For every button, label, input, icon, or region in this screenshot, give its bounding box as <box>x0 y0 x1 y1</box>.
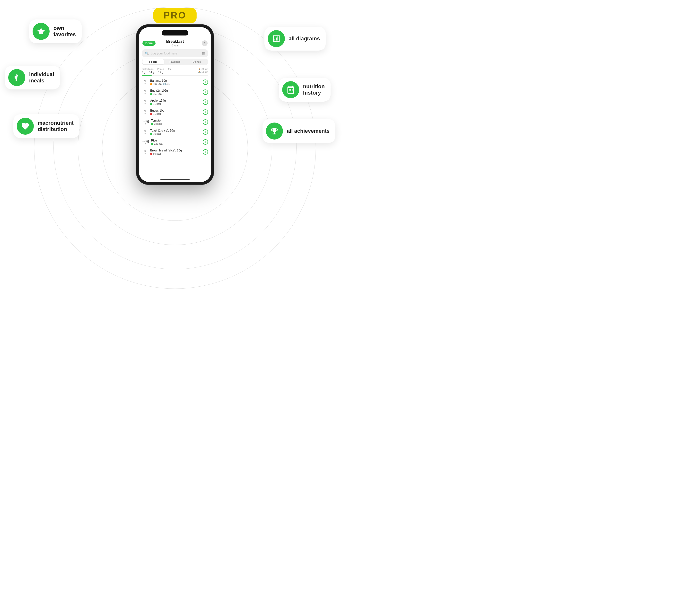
quantity-number: 1 <box>144 99 146 103</box>
food-item: 1 ▼ Egg (2), 105g 160 kcal + <box>139 87 211 97</box>
food-kcal: 107 kcal 🔄 4% <box>150 83 201 85</box>
fat-value: 0.2 g <box>158 71 163 74</box>
add-food-button[interactable]: + <box>203 129 208 135</box>
food-info: Banana, 60g 107 kcal 🔄 4% <box>150 79 201 85</box>
quantity-arrow: ▼ <box>144 93 146 95</box>
add-food-button[interactable]: + <box>203 100 208 105</box>
food-item: 1 ▼ Toast (1 slice), 90g 75 kcal + <box>139 127 211 137</box>
quantity-control[interactable]: 1 ▼ <box>142 79 148 85</box>
add-food-button[interactable]: + <box>203 79 208 85</box>
calorie-dot <box>150 93 152 95</box>
kcal-value: 71 kcal <box>153 103 161 105</box>
add-food-button[interactable]: + <box>203 139 208 145</box>
bike-time: 🚴 13 min <box>198 71 208 73</box>
food-item: 1 ▼ Brown bread (slice), 30g 80 kcal + <box>139 147 211 157</box>
history-label: nutritionhistory <box>303 83 325 96</box>
quantity-arrow: ▼ <box>145 123 147 125</box>
quantity-control[interactable]: 1 ▼ <box>142 89 148 95</box>
walk-time: 🚶 29 min <box>198 68 208 70</box>
meals-icon-circle <box>8 69 25 86</box>
meal-title: Breakfast <box>166 40 184 44</box>
zero-badge: 0 <box>202 40 208 46</box>
quantity-number: 100g <box>142 139 149 143</box>
food-info: Egg (2), 105g 160 kcal <box>150 89 201 95</box>
kcal-value: 80 kcal <box>153 152 161 155</box>
food-tabs: Foods Favorites Dishes <box>142 59 208 65</box>
food-kcal: 71 kcal <box>150 113 201 115</box>
food-name: Brown bread (slice), 30g <box>150 149 201 152</box>
bubble-favorites: ownfavorites <box>29 19 82 43</box>
quantity-control[interactable]: 1 ▼ <box>142 99 148 105</box>
kcal-extra: 🔄 4% <box>163 83 170 85</box>
quantity-arrow: ▼ <box>144 133 146 135</box>
quantity-control[interactable]: 100g ▼ <box>142 119 149 125</box>
diagrams-label: all diagrams <box>289 36 320 42</box>
done-button[interactable]: Done <box>142 41 155 46</box>
food-kcal: 129 kcal <box>151 142 201 145</box>
add-food-button[interactable]: + <box>203 89 208 95</box>
quantity-control[interactable]: 1 ▼ <box>142 109 148 115</box>
food-name: Butter, 10g <box>150 109 201 112</box>
food-kcal: 160 kcal <box>150 92 201 95</box>
macro-bar: rbohydrates Protein Fat 0 g 14 g 0.2 g 🚶… <box>139 66 211 77</box>
food-name: Banana, 60g <box>150 79 201 82</box>
quantity-control[interactable]: 100g ▼ <box>142 139 149 145</box>
quantity-number: 100g <box>142 119 149 123</box>
food-info: Apple, 154g 71 kcal <box>150 99 201 105</box>
add-food-button[interactable]: + <box>203 110 208 115</box>
food-info: Butter, 10g 71 kcal <box>150 109 201 115</box>
food-info: Brown bread (slice), 30g 80 kcal <box>150 149 201 155</box>
macro-icon-circle <box>17 118 34 135</box>
calorie-dot <box>150 153 152 155</box>
favorites-icon-circle <box>32 23 50 40</box>
food-item: 1 ▼ Apple, 154g 71 kcal + <box>139 97 211 107</box>
favorites-label: ownfavorites <box>54 25 76 38</box>
food-item: 100g ▼ Rice 129 kcal + <box>139 137 211 147</box>
carb-label: rbohydrates <box>142 68 154 70</box>
trophy-icon <box>270 127 279 135</box>
quantity-control[interactable]: 1 ▼ <box>142 129 148 135</box>
calorie-dot <box>151 123 153 125</box>
add-food-button[interactable]: + <box>203 149 208 154</box>
food-kcal: 18 kcal <box>151 123 201 125</box>
bubble-macro: macronutrientdistribution <box>13 114 79 138</box>
diagrams-icon-circle <box>268 30 285 47</box>
kcal-value: 107 kcal <box>153 83 162 85</box>
tab-dishes[interactable]: Dishes <box>186 59 208 64</box>
phone-screen: Done Breakfast 0 kcal 0 🔍 Log your food … <box>139 27 211 182</box>
pro-badge: PRO <box>153 8 197 23</box>
kcal-value: 160 kcal <box>153 92 162 95</box>
macro-label: macronutrientdistribution <box>38 120 74 133</box>
bubble-history: nutritionhistory <box>279 78 331 102</box>
macro-progress-bar <box>142 75 208 76</box>
food-name: Tomato <box>151 119 201 122</box>
phone-frame: Done Breakfast 0 kcal 0 🔍 Log your food … <box>136 24 214 185</box>
search-placeholder: Log your food here <box>151 52 200 55</box>
calorie-dot <box>150 103 152 105</box>
food-kcal: 75 kcal <box>150 132 201 135</box>
screen-header: Done Breakfast 0 kcal 0 <box>139 38 211 48</box>
calorie-dot <box>151 143 153 145</box>
protein-label: Protein <box>157 68 164 70</box>
kcal-value: 71 kcal <box>153 113 161 115</box>
bubble-diagrams: all diagrams <box>265 27 326 51</box>
food-item: 1 ▼ Banana, 60g 107 kcal 🔄 4% + <box>139 77 211 87</box>
food-name: Egg (2), 105g <box>150 89 201 92</box>
carb-value: 0 g <box>142 71 145 74</box>
screen-content: Done Breakfast 0 kcal 0 🔍 Log your food … <box>139 27 211 182</box>
food-list: 1 ▼ Banana, 60g 107 kcal 🔄 4% + 1 ▼ Egg … <box>139 77 211 157</box>
calorie-dot <box>150 113 152 115</box>
kcal-value: 18 kcal <box>154 123 162 125</box>
tab-favorites[interactable]: Favorites <box>164 59 186 64</box>
food-item: 1 ▼ Butter, 10g 71 kcal + <box>139 107 211 117</box>
search-bar[interactable]: 🔍 Log your food here ▦ <box>142 49 208 57</box>
food-item: 100g ▼ Tomato 18 kcal + <box>139 117 211 127</box>
add-food-button[interactable]: + <box>203 119 208 125</box>
food-name: Rice <box>151 139 201 142</box>
quantity-control[interactable]: 1 ▼ <box>142 149 148 155</box>
quantity-number: 1 <box>144 129 146 133</box>
calorie-dot <box>150 133 152 135</box>
food-kcal: 80 kcal <box>150 152 201 155</box>
tab-foods[interactable]: Foods <box>142 59 164 64</box>
quantity-number: 1 <box>144 149 146 153</box>
